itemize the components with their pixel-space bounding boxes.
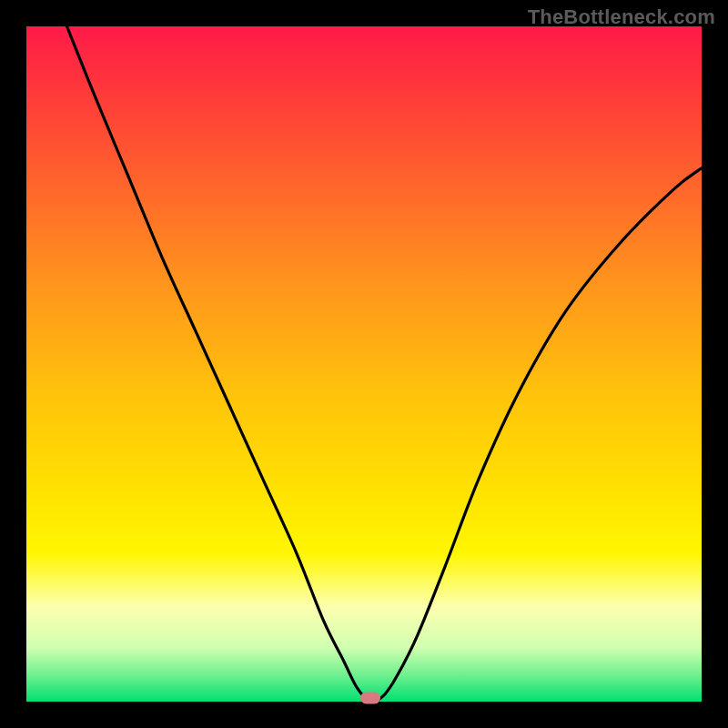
watermark-text: TheBottleneck.com [528,5,715,29]
plot-area [26,26,702,702]
bottleneck-curve [26,26,702,702]
optimum-marker [360,693,380,704]
chart-frame: TheBottleneck.com [0,0,728,728]
